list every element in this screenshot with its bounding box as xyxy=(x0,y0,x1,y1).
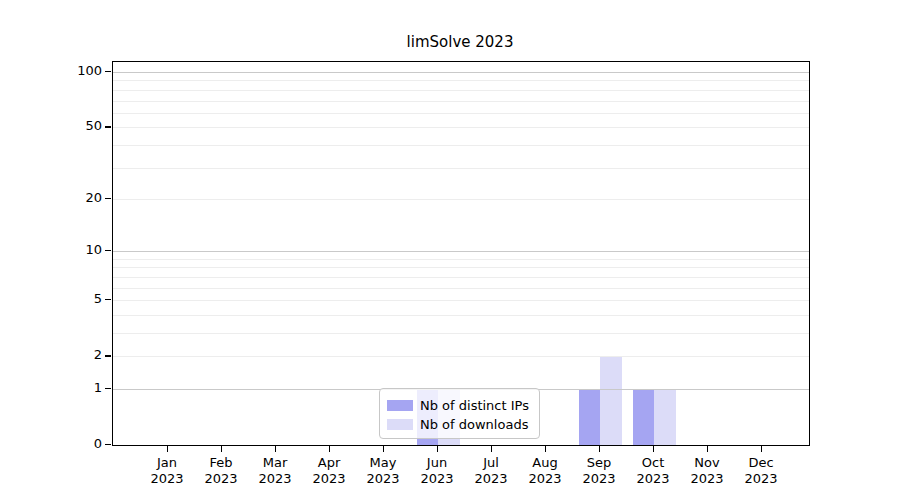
x-axis-tick xyxy=(329,446,330,452)
legend-swatch-icon xyxy=(387,400,413,411)
bar-nb-of-downloads-oct xyxy=(654,389,676,445)
legend-swatch-icon xyxy=(387,419,413,430)
gridline-minor xyxy=(113,288,809,289)
y-tick-label: 2 xyxy=(20,347,102,363)
y-axis-tick xyxy=(105,388,111,389)
legend-label: Nb of distinct IPs xyxy=(420,398,529,413)
y-axis-tick xyxy=(105,444,111,445)
legend-label: Nb of downloads xyxy=(420,417,528,432)
y-tick-label: 20 xyxy=(20,190,102,206)
gridline-minor xyxy=(113,277,809,278)
x-axis-tick xyxy=(167,446,168,452)
gridline-minor xyxy=(113,333,809,334)
gridline-minor xyxy=(113,300,809,301)
gridline-minor xyxy=(113,267,809,268)
y-tick-label: 50 xyxy=(20,118,102,134)
x-axis-tick xyxy=(491,446,492,452)
gridline-minor xyxy=(113,101,809,102)
y-axis-tick xyxy=(105,198,111,199)
y-tick-label: 10 xyxy=(20,242,102,258)
x-axis-tick xyxy=(707,446,708,452)
y-tick-label: 0 xyxy=(20,436,102,452)
gridline-major xyxy=(113,72,809,73)
legend-item: Nb of distinct IPs xyxy=(387,396,532,415)
x-axis-tick xyxy=(437,446,438,452)
gridline-minor xyxy=(113,80,809,81)
y-tick-label: 5 xyxy=(20,291,102,307)
bar-nb-of-distinct-ips-sep xyxy=(579,389,601,445)
gridline-minor xyxy=(113,127,809,128)
bar-nb-of-distinct-ips-oct xyxy=(633,389,655,445)
x-axis-tick xyxy=(599,446,600,452)
x-axis-tick xyxy=(761,446,762,452)
y-axis-tick xyxy=(105,299,111,300)
gridline-minor xyxy=(113,168,809,169)
x-tick-label-dec: Dec2023 xyxy=(729,455,793,487)
x-tick-year: 2023 xyxy=(729,471,793,487)
y-tick-label: 100 xyxy=(20,63,102,79)
gridline-minor xyxy=(113,145,809,146)
y-axis-tick xyxy=(105,126,111,127)
x-axis-tick xyxy=(275,446,276,452)
chart-title: limSolve 2023 xyxy=(112,33,808,51)
y-axis-tick xyxy=(105,250,111,251)
chart-figure: limSolve 2023 1005020105210Jan2023Feb202… xyxy=(0,0,900,500)
legend-item: Nb of downloads xyxy=(387,415,532,434)
y-axis-tick xyxy=(105,355,111,356)
gridline-minor xyxy=(113,199,809,200)
gridline-minor xyxy=(113,315,809,316)
gridline-minor xyxy=(113,356,809,357)
x-axis-tick xyxy=(221,446,222,452)
bar-nb-of-downloads-sep xyxy=(600,356,622,445)
x-axis-tick xyxy=(383,446,384,452)
gridline-minor xyxy=(113,113,809,114)
gridline-minor xyxy=(113,259,809,260)
y-tick-label: 1 xyxy=(20,380,102,396)
x-axis-tick xyxy=(545,446,546,452)
gridline-major xyxy=(113,251,809,252)
x-tick-month: Dec xyxy=(729,455,793,471)
x-axis-tick xyxy=(653,446,654,452)
gridline-minor xyxy=(113,90,809,91)
legend: Nb of distinct IPsNb of downloads xyxy=(379,388,540,439)
y-axis-tick xyxy=(105,71,111,72)
